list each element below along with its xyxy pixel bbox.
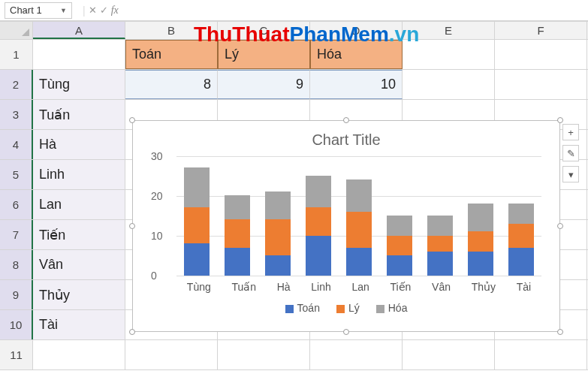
x-tick-label: Thủy xyxy=(472,281,496,293)
cell-B1[interactable]: Toán xyxy=(125,40,218,69)
x-tick-label: Hà xyxy=(277,281,291,293)
resize-handle[interactable] xyxy=(129,117,135,123)
cell-D1[interactable]: Hóa xyxy=(310,40,403,69)
check-icon: ✓ xyxy=(100,5,108,16)
cell-E2[interactable] xyxy=(403,70,495,99)
separator: | xyxy=(83,5,86,17)
select-all-corner[interactable] xyxy=(0,22,33,39)
x-tick-label: Tiến xyxy=(390,281,411,293)
embedded-chart[interactable]: + ✎ ▾ Chart Title 0102030 TùngTuấnHàLinh… xyxy=(132,120,560,332)
row-header[interactable]: 5 xyxy=(0,160,33,189)
y-tick-label: 10 xyxy=(151,230,163,242)
row-header[interactable]: 7 xyxy=(0,220,33,249)
row-2: 2 Tùng 8 9 10 xyxy=(0,70,588,100)
x-tick-label: Tùng xyxy=(187,281,211,293)
cell-C1[interactable]: Lý xyxy=(218,40,310,69)
cell-A4[interactable]: Hà xyxy=(33,130,125,159)
row-header[interactable]: 2 xyxy=(0,70,33,99)
bar[interactable] xyxy=(265,192,291,276)
column-header-row: A B C D E F xyxy=(0,22,588,40)
bar[interactable] xyxy=(225,195,250,276)
x-tick-label: Tài xyxy=(517,281,531,293)
chart-filters-button[interactable]: ▾ xyxy=(562,166,579,182)
col-header-F[interactable]: F xyxy=(495,22,587,39)
resize-handle[interactable] xyxy=(343,117,349,123)
cell-B2[interactable]: 8 xyxy=(125,70,218,99)
bar[interactable] xyxy=(306,176,331,276)
row-1: 1 Toán Lý Hóa xyxy=(0,40,588,70)
legend-item[interactable]: Hóa xyxy=(376,302,408,314)
cell-A8[interactable]: Vân xyxy=(33,250,125,279)
legend-item[interactable]: Lý xyxy=(336,302,360,314)
name-box-value: Chart 1 xyxy=(10,5,42,16)
bar[interactable] xyxy=(508,204,534,276)
cancel-icon: ✕ xyxy=(89,5,97,16)
row-header[interactable]: 3 xyxy=(0,100,33,129)
chart-x-labels: TùngTuấnHàLinhLanTiếnVânThủyTài xyxy=(176,281,541,293)
resize-handle[interactable] xyxy=(129,223,135,229)
name-box[interactable]: Chart 1 ▼ xyxy=(5,2,72,19)
col-header-E[interactable]: E xyxy=(403,22,495,39)
row-header[interactable]: 1 xyxy=(0,40,33,69)
cell-A9[interactable]: Thủy xyxy=(33,280,125,309)
bar[interactable] xyxy=(468,204,493,276)
chart-legend[interactable]: ToánLýHóa xyxy=(133,302,559,314)
resize-handle[interactable] xyxy=(557,329,563,335)
bar[interactable] xyxy=(427,216,453,276)
cell-E1[interactable] xyxy=(403,40,495,69)
fx-icon[interactable]: fx xyxy=(111,5,119,17)
col-header-D[interactable]: D xyxy=(310,22,403,39)
y-tick-label: 0 xyxy=(151,270,157,282)
row-header[interactable]: 11 xyxy=(0,340,33,369)
x-tick-label: Tuấn xyxy=(231,281,256,293)
cell-A1[interactable] xyxy=(33,40,125,69)
resize-handle[interactable] xyxy=(129,329,135,335)
cell-F2[interactable] xyxy=(495,70,587,99)
chart-side-buttons: + ✎ ▾ xyxy=(562,124,579,182)
row-header[interactable]: 4 xyxy=(0,130,33,159)
cell-A3[interactable]: Tuấn xyxy=(33,100,125,129)
cell-D2[interactable]: 10 xyxy=(310,70,403,99)
resize-handle[interactable] xyxy=(557,223,563,229)
cell-A6[interactable]: Lan xyxy=(33,190,125,219)
formula-bar-controls: | ✕ ✓ fx xyxy=(83,5,119,17)
cell-A5[interactable]: Linh xyxy=(33,160,125,189)
bar[interactable] xyxy=(346,179,372,276)
chevron-down-icon[interactable]: ▼ xyxy=(60,7,67,14)
col-header-C[interactable]: C xyxy=(218,22,310,39)
col-header-A[interactable]: A xyxy=(33,22,125,39)
cell-A7[interactable]: Tiến xyxy=(33,220,125,249)
legend-item[interactable]: Toán xyxy=(285,302,320,314)
row-header[interactable]: 6 xyxy=(0,190,33,219)
x-tick-label: Vân xyxy=(432,281,451,293)
chart-styles-button[interactable]: ✎ xyxy=(562,145,579,161)
cell-F1[interactable] xyxy=(495,40,587,69)
y-tick-label: 30 xyxy=(151,150,163,162)
bar[interactable] xyxy=(184,167,210,276)
formula-bar-row: Chart 1 ▼ | ✕ ✓ fx xyxy=(0,0,588,21)
cell-A2[interactable]: Tùng xyxy=(33,70,125,99)
bar[interactable] xyxy=(387,216,412,276)
cell-A10[interactable]: Tài xyxy=(33,310,125,339)
row-header[interactable]: 8 xyxy=(0,250,33,279)
row-header[interactable]: 10 xyxy=(0,310,33,339)
chart-plot-area[interactable]: 0102030 xyxy=(176,156,541,276)
x-tick-label: Lan xyxy=(351,281,369,293)
chart-elements-button[interactable]: + xyxy=(562,124,579,140)
row-11: 11 xyxy=(0,340,588,370)
row-header[interactable]: 9 xyxy=(0,280,33,309)
x-tick-label: Linh xyxy=(311,281,330,293)
resize-handle[interactable] xyxy=(557,117,563,123)
y-tick-label: 20 xyxy=(151,190,163,202)
cell-C2[interactable]: 9 xyxy=(218,70,310,99)
col-header-B[interactable]: B xyxy=(125,22,218,39)
resize-handle[interactable] xyxy=(343,329,349,335)
chart-title[interactable]: Chart Title xyxy=(133,121,559,156)
